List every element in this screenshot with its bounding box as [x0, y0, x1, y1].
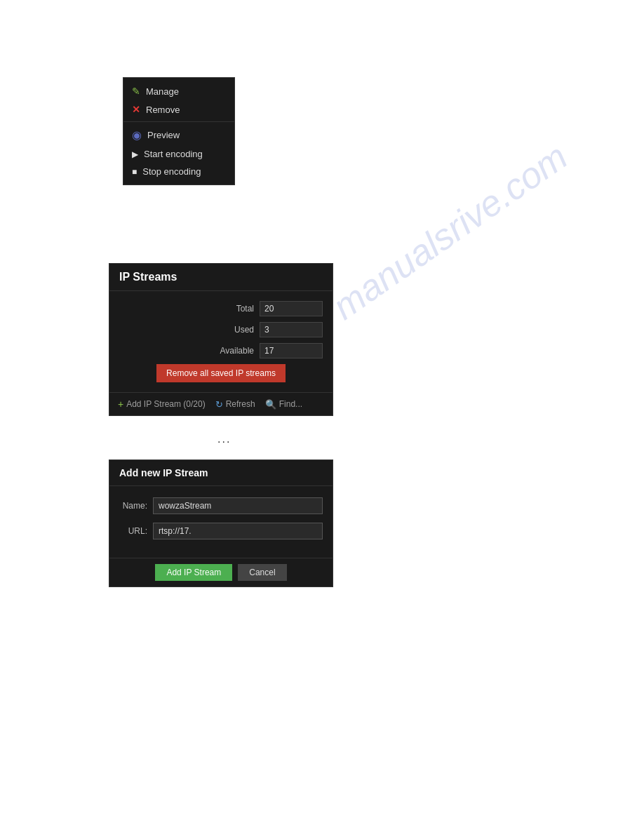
pencil-icon: ✎ — [132, 86, 140, 97]
menu-label-stop-encoding: Stop encoding — [142, 166, 201, 177]
dialog-body: Name: URL: — [109, 486, 333, 558]
ip-streams-footer: + Add IP Stream (0/20) ↻ Refresh 🔍 Find.… — [109, 392, 333, 415]
used-row: Used — [119, 322, 323, 337]
available-row: Available — [119, 343, 323, 358]
available-input[interactable] — [260, 343, 323, 358]
watermark: manualsrive.com — [325, 135, 575, 328]
add-icon: + — [118, 398, 123, 410]
menu-item-start-encoding[interactable]: ▶ Start encoding — [123, 145, 234, 163]
name-row: Name: — [119, 497, 323, 514]
menu-label-preview: Preview — [147, 130, 180, 140]
url-label: URL: — [119, 526, 147, 536]
add-stream-dialog: Add new IP Stream Name: URL: Add IP Stre… — [109, 459, 333, 587]
ip-streams-body: Total Used Available Remove all saved IP… — [109, 291, 333, 392]
ip-streams-title: IP Streams — [109, 264, 333, 291]
menu-item-preview[interactable]: ◉ Preview — [123, 125, 234, 145]
name-input[interactable] — [153, 497, 323, 514]
refresh-label: Refresh — [226, 399, 255, 409]
context-menu: ✎ Manage ✕ Remove ◉ Preview ▶ Start enco… — [123, 77, 235, 185]
used-input[interactable] — [260, 322, 323, 337]
stop-icon: ■ — [132, 167, 137, 177]
menu-item-remove[interactable]: ✕ Remove — [123, 100, 234, 119]
search-icon: 🔍 — [265, 399, 276, 410]
ip-streams-panel: IP Streams Total Used Available Remove a… — [109, 263, 333, 416]
dialog-title: Add new IP Stream — [109, 460, 333, 486]
menu-label-manage: Manage — [146, 86, 179, 97]
total-label: Total — [212, 304, 254, 314]
add-ip-stream-label: Add IP Stream (0/20) — [126, 399, 206, 409]
find-label: Find... — [279, 399, 302, 409]
eye-icon: ◉ — [132, 128, 142, 142]
x-icon: ✕ — [132, 104, 140, 115]
used-label: Used — [212, 325, 254, 335]
remove-all-button[interactable]: Remove all saved IP streams — [156, 364, 286, 382]
menu-label-start-encoding: Start encoding — [144, 149, 203, 159]
menu-item-stop-encoding[interactable]: ■ Stop encoding — [123, 163, 234, 180]
add-stream-button[interactable]: Add IP Stream — [155, 564, 232, 581]
name-label: Name: — [119, 501, 147, 511]
dialog-footer: Add IP Stream Cancel — [109, 558, 333, 586]
cancel-button[interactable]: Cancel — [238, 564, 286, 581]
url-row: URL: — [119, 523, 323, 539]
separator — [123, 121, 234, 122]
refresh-button[interactable]: ↻ Refresh — [215, 399, 255, 410]
available-label: Available — [212, 346, 254, 356]
find-button[interactable]: 🔍 Find... — [265, 399, 302, 410]
menu-item-manage[interactable]: ✎ Manage — [123, 82, 234, 100]
total-row: Total — [119, 301, 323, 316]
total-input[interactable] — [260, 301, 323, 316]
menu-label-remove: Remove — [146, 105, 180, 115]
ellipsis: ... — [217, 433, 231, 445]
play-icon: ▶ — [132, 149, 138, 159]
add-ip-stream-button[interactable]: + Add IP Stream (0/20) — [118, 398, 206, 410]
refresh-icon: ↻ — [215, 399, 223, 410]
url-input[interactable] — [153, 523, 323, 539]
